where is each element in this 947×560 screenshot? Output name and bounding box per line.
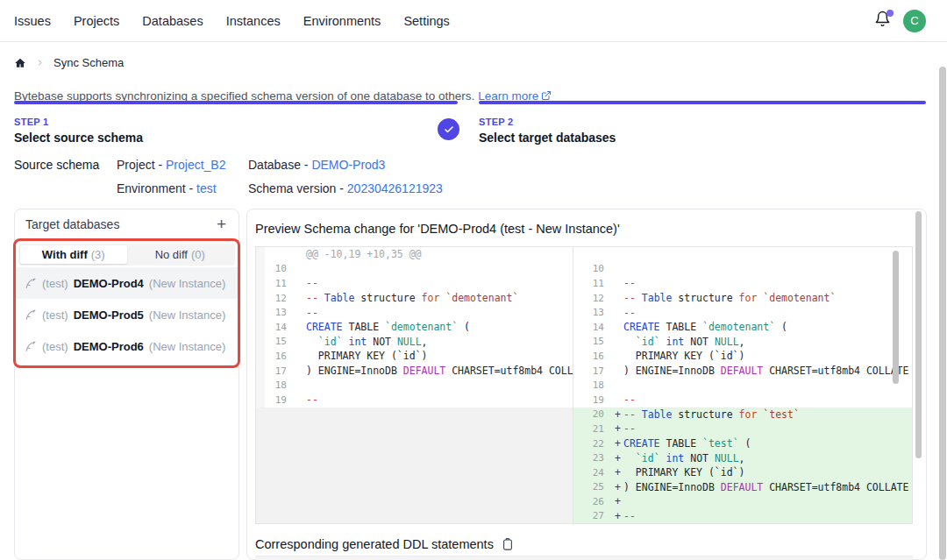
- diff-line-number: 24: [573, 467, 612, 478]
- code-token: for: [422, 292, 440, 304]
- diff-code: --: [306, 393, 573, 406]
- diff-code: -- Table structure for `demotenant`: [306, 292, 573, 304]
- code-token: [623, 452, 636, 464]
- diff-line-number: 16: [256, 351, 295, 362]
- tab-with-diff[interactable]: With diff(3): [20, 245, 127, 264]
- add-target-database-button[interactable]: +: [215, 218, 228, 230]
- code-token: --: [623, 393, 636, 406]
- source-field-link[interactable]: test: [196, 181, 217, 195]
- target-panel-header: Target databases +: [15, 209, 239, 238]
- ddl-label: Corresponding generated DDL statements: [255, 537, 494, 551]
- source-field-link[interactable]: DEMO-Prod3: [311, 158, 385, 172]
- preview-panel-scrollbar[interactable]: [915, 211, 922, 458]
- code-token: `test`: [763, 408, 800, 421]
- diff-row: 17) ENGINE=InnoDB DEFAULT CHARSET=utf8mb…: [256, 364, 573, 379]
- page-scrollbar[interactable]: [939, 67, 946, 560]
- source-field-link[interactable]: Project_B2: [166, 158, 225, 172]
- code-token: for: [739, 408, 758, 421]
- code-token: [623, 336, 636, 348]
- code-token: Table: [324, 292, 355, 304]
- source-field: Project - Project_B2: [117, 158, 248, 172]
- top-nav: IssuesProjectsDatabasesInstancesEnvironm…: [0, 0, 947, 42]
- code-token: ,: [739, 452, 745, 464]
- nav-item-environments[interactable]: Environments: [303, 14, 381, 28]
- code-token: CREATE: [623, 437, 660, 450]
- code-token: ) ENGINE=InnoDB: [306, 365, 403, 377]
- diff-row: 19--: [256, 393, 573, 408]
- tab-no-diff[interactable]: No diff(0): [127, 245, 234, 264]
- source-schema-label: Source schema: [14, 158, 117, 195]
- database-note: (New Instance): [149, 308, 225, 322]
- nav-right: C: [872, 10, 926, 32]
- source-field-prefix: Database -: [248, 158, 311, 172]
- ddl-section-header: Corresponding generated DDL statements: [255, 537, 514, 551]
- diff-line-number: 18: [256, 379, 295, 391]
- diff-code: --: [306, 277, 573, 289]
- target-database-item[interactable]: (test)DEMO-Prod5(New Instance): [16, 299, 238, 330]
- step-1-title: Select source schema: [14, 131, 458, 145]
- breadcrumb-page: Sync Schema: [53, 56, 124, 69]
- diff-code: --: [623, 307, 912, 319]
- diff-line-number: 12: [256, 293, 295, 304]
- target-database-list: (test)DEMO-Prod4(New Instance)(test)DEMO…: [16, 267, 238, 362]
- nav-item-databases[interactable]: Databases: [142, 14, 203, 28]
- diff-row: 25+) ENGINE=InnoDB DEFAULT CHARSET=utf8m…: [573, 480, 912, 495]
- diff-editor-scrollbar[interactable]: [893, 251, 899, 384]
- notifications-button[interactable]: [872, 11, 892, 31]
- source-field-prefix: Schema version -: [248, 181, 347, 195]
- preview-title: Preview Schema change for 'DEMO-Prod4 (t…: [247, 209, 926, 245]
- database-note: (New Instance): [149, 340, 225, 353]
- code-token: --: [306, 292, 324, 304]
- copy-ddl-button[interactable]: [502, 537, 514, 551]
- database-environment: (test): [42, 308, 68, 322]
- database-name: DEMO-Prod5: [74, 308, 144, 322]
- code-token: NULL: [715, 452, 739, 464]
- diff-line-number: 17: [573, 365, 612, 377]
- database-name: DEMO-Prod4: [74, 277, 144, 290]
- diff-empty-region: [256, 408, 573, 523]
- diff-code: PRIMARY KEY (`id`): [623, 466, 912, 478]
- nav-item-projects[interactable]: Projects: [74, 14, 119, 28]
- diff-row: 10: [256, 262, 573, 277]
- step-1-progress-bar: [14, 101, 458, 104]
- diff-code: CREATE TABLE `test` (: [623, 437, 912, 450]
- code-token: PRIMARY KEY (`id`): [623, 350, 744, 362]
- ddl-editor-top-edge: [255, 556, 913, 560]
- code-token: (: [458, 321, 470, 333]
- code-token: Table: [642, 292, 673, 304]
- source-field: Schema version - 20230426121923: [248, 181, 443, 195]
- diff-line-number: 25: [573, 481, 612, 493]
- step-2: STEP 2 Select target databases: [479, 101, 926, 145]
- target-databases-panel: Target databases + With diff(3)No diff(0…: [14, 209, 239, 560]
- step-2-title: Select target databases: [479, 131, 926, 145]
- code-token: structure: [354, 292, 421, 304]
- diff-code: PRIMARY KEY (`id`): [623, 350, 912, 362]
- avatar[interactable]: C: [903, 10, 926, 32]
- target-database-item[interactable]: (test)DEMO-Prod6(New Instance): [16, 330, 238, 362]
- target-database-item[interactable]: (test)DEMO-Prod4(New Instance): [16, 267, 238, 299]
- diff-code: `id` int NOT NULL,: [623, 336, 912, 348]
- code-token: structure: [672, 292, 738, 304]
- diff-row: 16 PRIMARY KEY (`id`): [573, 349, 912, 364]
- diff-line-number: 14: [573, 322, 612, 333]
- code-token: [660, 452, 666, 464]
- nav-item-settings[interactable]: Settings: [403, 14, 449, 28]
- diff-code: `id` int NOT NULL,: [623, 452, 912, 464]
- code-token: --: [623, 277, 636, 289]
- source-field-link[interactable]: 20230426121923: [347, 181, 443, 195]
- schema-diff-editor: @@ -10,19 +10,35 @@1011--12-- Table stru…: [255, 246, 913, 524]
- diff-row: 20+-- Table structure for `test`: [573, 408, 912, 422]
- database-environment: (test): [42, 277, 68, 290]
- diff-code: --: [623, 277, 912, 289]
- code-token: --: [306, 277, 318, 289]
- code-token: --: [306, 393, 318, 406]
- diff-code: CREATE TABLE `demotenant` (: [306, 321, 573, 333]
- diff-row: 16 PRIMARY KEY (`id`): [256, 349, 573, 364]
- diff-add-marker: +: [612, 510, 623, 522]
- diff-code: --: [623, 422, 912, 435]
- nav-item-issues[interactable]: Issues: [14, 14, 51, 28]
- code-token: [660, 336, 666, 348]
- code-token: TABLE: [343, 321, 385, 333]
- nav-item-instances[interactable]: Instances: [226, 14, 281, 28]
- home-icon[interactable]: [14, 57, 26, 69]
